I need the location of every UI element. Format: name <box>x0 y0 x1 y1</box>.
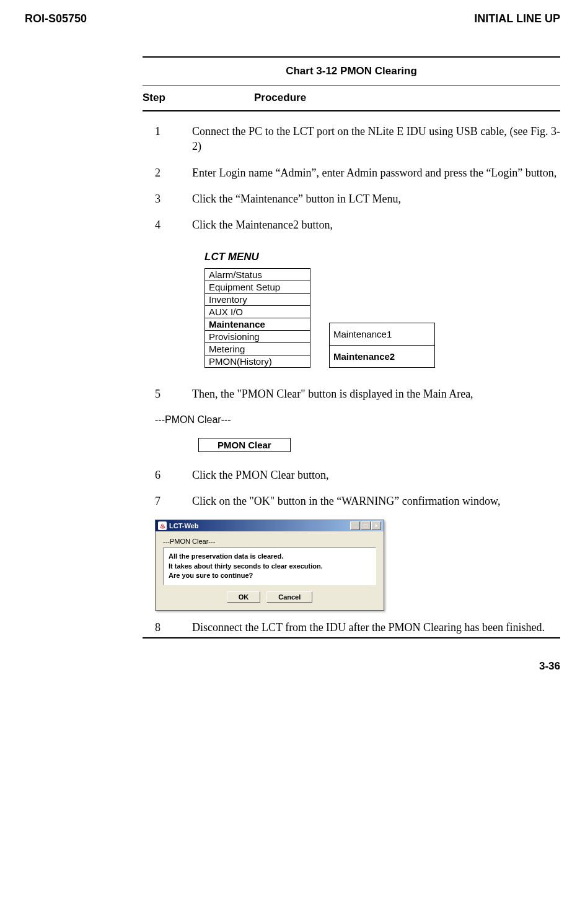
lct-menu-table: Alarm/Status Equipment Setup Inventory A… <box>205 268 310 368</box>
step-row: 7 Click on the "OK" button in the “WARNI… <box>143 494 560 508</box>
chart-title: Chart 3-12 PMON Clearing <box>143 65 560 77</box>
step-row: 4 Click the Maintenance2 button, <box>143 217 560 232</box>
dialog-body: ---PMON Clear--- All the preservation da… <box>156 531 384 609</box>
step-row: 8 Disconnect the LCT from the IDU after … <box>143 620 560 635</box>
dialog-titlebar-left: ♨ LCT-Web <box>158 521 198 530</box>
step-num: 3 <box>143 191 192 206</box>
step-text: Click on the "OK" button in the “WARNING… <box>192 494 560 508</box>
menu-item-maintenance[interactable]: Maintenance <box>205 318 310 331</box>
menu-item[interactable]: Equipment Setup <box>205 281 310 294</box>
menu-item[interactable]: Provisioning <box>205 331 310 343</box>
maximize-icon[interactable]: □ <box>361 521 371 530</box>
step-row: 3 Click the “Maintenance” button in LCT … <box>143 191 560 206</box>
dialog-msg-line: It takes about thirty seconds to clear e… <box>169 562 371 571</box>
ok-button[interactable]: OK <box>227 591 261 603</box>
doc-id: ROI-S05750 <box>25 12 87 25</box>
menu-item[interactable]: AUX I/O <box>205 306 310 318</box>
step-text: Then, the "PMON Clear" button is display… <box>192 386 560 401</box>
step-row: 5 Then, the "PMON Clear" button is displ… <box>143 386 560 401</box>
step-text: Disconnect the LCT from the IDU after th… <box>192 620 560 635</box>
dialog-window: ♨ LCT-Web _ □ × ---PMON Clear--- All the… <box>155 520 384 610</box>
minimize-icon[interactable]: _ <box>350 521 360 530</box>
content-area: Chart 3-12 PMON Clearing Step Procedure … <box>143 56 560 639</box>
step-text: Click the PMON Clear button, <box>192 468 560 482</box>
step-text: Connect the PC to the LCT port on the NL… <box>192 124 560 154</box>
dialog-titlebar: ♨ LCT-Web _ □ × <box>156 520 384 531</box>
submenu-item[interactable]: Maintenance1 <box>330 323 435 346</box>
dialog-window-buttons: _ □ × <box>350 521 381 530</box>
step-table-header: Step Procedure <box>143 85 560 111</box>
pmon-clear-button-wrap: PMON Clear <box>198 438 560 452</box>
lct-submenu-table: Maintenance1 Maintenance2 <box>329 323 435 368</box>
chart-title-wrap: Chart 3-12 PMON Clearing <box>143 56 560 85</box>
pmon-clear-button[interactable]: PMON Clear <box>198 438 291 452</box>
java-icon: ♨ <box>158 521 167 530</box>
dialog-msg-line: All the preservation data is cleared. <box>169 552 371 561</box>
step-num: 8 <box>143 620 192 635</box>
end-rule <box>143 637 560 639</box>
pmon-clear-section-label: ---PMON Clear--- <box>155 414 560 425</box>
dialog-section-label: ---PMON Clear--- <box>163 538 376 545</box>
menu-item[interactable]: Inventory <box>205 294 310 306</box>
step-num: 2 <box>143 165 192 180</box>
dialog-msg-line: Are you sure to continue? <box>169 571 371 580</box>
dialog-title: LCT-Web <box>169 522 198 530</box>
step-row: 6 Click the PMON Clear button, <box>143 468 560 482</box>
step-text: Enter Login name “Admin”, enter Admin pa… <box>192 165 560 180</box>
menu-item[interactable]: PMON(History) <box>205 355 310 368</box>
step-num: 4 <box>143 217 192 232</box>
procedure-col-header: Procedure <box>192 92 560 104</box>
close-icon[interactable]: × <box>371 521 381 530</box>
menu-item[interactable]: Metering <box>205 343 310 355</box>
step-row: 1 Connect the PC to the LCT port on the … <box>143 124 560 154</box>
menu-item[interactable]: Alarm/Status <box>205 269 310 281</box>
dialog-screenshot: ♨ LCT-Web _ □ × ---PMON Clear--- All the… <box>155 520 560 610</box>
section-title: INITIAL LINE UP <box>474 12 560 25</box>
dialog-message: All the preservation data is cleared. It… <box>163 547 376 585</box>
page-header: ROI-S05750 INITIAL LINE UP <box>25 12 560 25</box>
step-num: 6 <box>143 468 192 482</box>
step-num: 5 <box>143 386 192 401</box>
page-number: 3-36 <box>25 660 560 673</box>
step-text: Click the Maintenance2 button, <box>192 217 560 232</box>
dialog-buttons: OK Cancel <box>163 591 376 603</box>
lct-menu-container: Alarm/Status Equipment Setup Inventory A… <box>205 268 560 368</box>
step-text: Click the “Maintenance” button in LCT Me… <box>192 191 560 206</box>
step-col-header: Step <box>143 92 192 104</box>
submenu-item-maintenance2[interactable]: Maintenance2 <box>330 346 435 368</box>
lct-menu-title: LCT MENU <box>205 251 560 263</box>
step-num: 1 <box>143 124 192 154</box>
step-num: 7 <box>143 494 192 508</box>
cancel-button[interactable]: Cancel <box>266 591 312 603</box>
step-row: 2 Enter Login name “Admin”, enter Admin … <box>143 165 560 180</box>
